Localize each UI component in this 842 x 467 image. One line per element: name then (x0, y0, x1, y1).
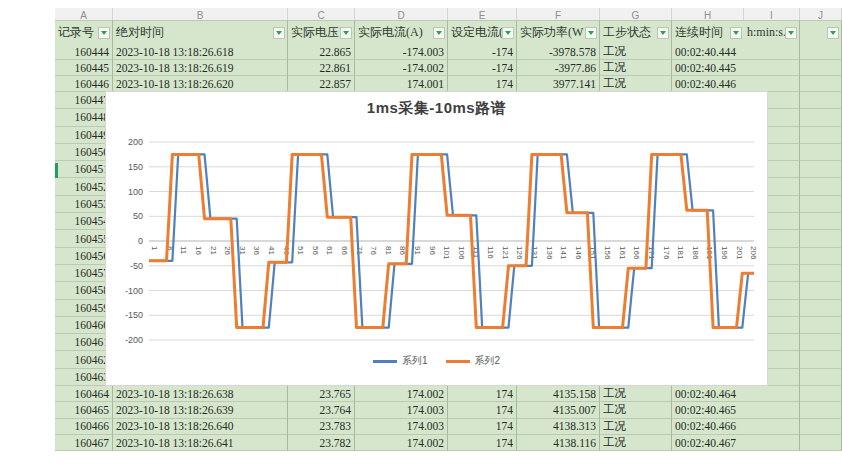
filter-button[interactable] (657, 27, 669, 39)
cell[interactable] (800, 76, 842, 92)
cell[interactable]: 2023-10-18 13:18:26.639 (113, 402, 288, 418)
cell[interactable] (800, 265, 842, 282)
cell[interactable]: -3978.578 (517, 44, 600, 60)
column-header[interactable]: 实际功率(W (517, 21, 600, 45)
cell[interactable] (744, 402, 800, 418)
cell[interactable] (800, 161, 842, 178)
column-letter[interactable]: F (517, 8, 600, 20)
cell[interactable]: 22.865 (288, 44, 355, 60)
column-letter[interactable]: E (448, 8, 517, 20)
cell[interactable]: 160446 (55, 76, 113, 92)
cell[interactable]: 174 (448, 76, 517, 92)
cell[interactable] (800, 369, 842, 386)
column-letter[interactable]: B (113, 8, 288, 20)
cell[interactable]: 174 (448, 402, 517, 418)
column-header[interactable]: 连续时间 (672, 21, 744, 45)
column-header[interactable]: 绝对时间 (113, 21, 288, 45)
filter-button[interactable] (433, 27, 445, 39)
cell[interactable] (800, 282, 842, 299)
cell[interactable] (744, 44, 800, 60)
column-header[interactable]: 实际电压 (288, 21, 355, 45)
column-header[interactable]: 实际电流(A) (355, 21, 448, 45)
cell[interactable]: 工况 (600, 60, 672, 76)
cell[interactable]: 4135.158 (517, 386, 600, 402)
cell[interactable] (744, 386, 800, 402)
cell[interactable] (800, 248, 842, 265)
cell[interactable]: 174.003 (355, 419, 448, 435)
column-letter[interactable]: A (55, 8, 113, 20)
cell[interactable]: 00:02:40.445 (672, 60, 744, 76)
embedded-chart[interactable]: 200150100500-50-100-150-2001611162126313… (105, 91, 768, 386)
cell[interactable] (800, 178, 842, 195)
cell[interactable]: 23.782 (288, 435, 355, 451)
cell[interactable]: 22.857 (288, 76, 355, 92)
filter-button[interactable] (585, 27, 597, 39)
cell[interactable]: 00:02:40.466 (672, 419, 744, 435)
cell[interactable] (800, 144, 842, 161)
cell[interactable]: 4138.313 (517, 419, 600, 435)
cell[interactable]: 2023-10-18 13:18:26.640 (113, 419, 288, 435)
cell[interactable]: -174.003 (355, 44, 448, 60)
cell[interactable] (800, 127, 842, 144)
cell[interactable]: 160464 (55, 386, 113, 402)
cell[interactable] (744, 419, 800, 435)
cell[interactable] (800, 386, 842, 402)
cell[interactable] (800, 230, 842, 247)
cell[interactable]: -174.002 (355, 60, 448, 76)
cell[interactable]: 工况 (600, 386, 672, 402)
column-letter[interactable]: H (672, 8, 744, 20)
filter-button[interactable] (827, 27, 839, 39)
cell[interactable] (800, 317, 842, 334)
cell[interactable]: 00:02:40.465 (672, 402, 744, 418)
cell[interactable]: 22.861 (288, 60, 355, 76)
cell[interactable]: 160466 (55, 419, 113, 435)
cell[interactable]: 00:02:40.464 (672, 386, 744, 402)
cell[interactable]: 174.002 (355, 386, 448, 402)
cell[interactable]: -3977.86 (517, 60, 600, 76)
column-letter[interactable]: I (744, 8, 800, 20)
column-letter[interactable]: J (800, 8, 842, 20)
column-header[interactable]: 记录号 (55, 21, 113, 45)
filter-button[interactable] (273, 27, 285, 39)
cell[interactable]: 4135.007 (517, 402, 600, 418)
cell[interactable]: 160465 (55, 402, 113, 418)
filter-button[interactable] (730, 27, 742, 39)
column-header[interactable]: h:min:s.m (744, 21, 800, 45)
cell[interactable] (800, 334, 842, 351)
cell[interactable]: 23.783 (288, 419, 355, 435)
cell[interactable]: 174 (448, 419, 517, 435)
cell[interactable]: 160467 (55, 435, 113, 451)
cell[interactable] (744, 435, 800, 451)
cell[interactable] (744, 76, 800, 92)
cell[interactable]: 00:02:40.444 (672, 44, 744, 60)
cell[interactable]: 174 (448, 386, 517, 402)
cell[interactable] (800, 109, 842, 126)
cell[interactable]: 4138.116 (517, 435, 600, 451)
cell[interactable] (800, 419, 842, 435)
cell[interactable] (800, 351, 842, 368)
cell[interactable]: 2023-10-18 13:18:26.619 (113, 60, 288, 76)
cell[interactable]: 23.765 (288, 386, 355, 402)
cell[interactable] (800, 196, 842, 213)
cell[interactable]: 工况 (600, 419, 672, 435)
cell[interactable]: -174 (448, 60, 517, 76)
cell[interactable]: 工况 (600, 76, 672, 92)
column-header[interactable] (800, 21, 842, 45)
filter-button[interactable] (98, 27, 110, 39)
filter-button[interactable] (785, 27, 797, 39)
cell[interactable]: 160444 (55, 44, 113, 60)
filter-button[interactable] (340, 27, 352, 39)
cell[interactable]: 00:02:40.446 (672, 76, 744, 92)
column-letter[interactable]: C (288, 8, 355, 20)
cell[interactable]: 160445 (55, 60, 113, 76)
cell[interactable]: 00:02:40.467 (672, 435, 744, 451)
cell[interactable]: 174.003 (355, 402, 448, 418)
cell[interactable]: 23.764 (288, 402, 355, 418)
column-letter[interactable]: G (600, 8, 672, 20)
cell[interactable] (800, 300, 842, 317)
cell[interactable]: -174 (448, 44, 517, 60)
column-header[interactable]: 工步状态 (600, 21, 672, 45)
cell[interactable]: 2023-10-18 13:18:26.638 (113, 386, 288, 402)
cell[interactable]: 2023-10-18 13:18:26.618 (113, 44, 288, 60)
cell[interactable] (800, 44, 842, 60)
